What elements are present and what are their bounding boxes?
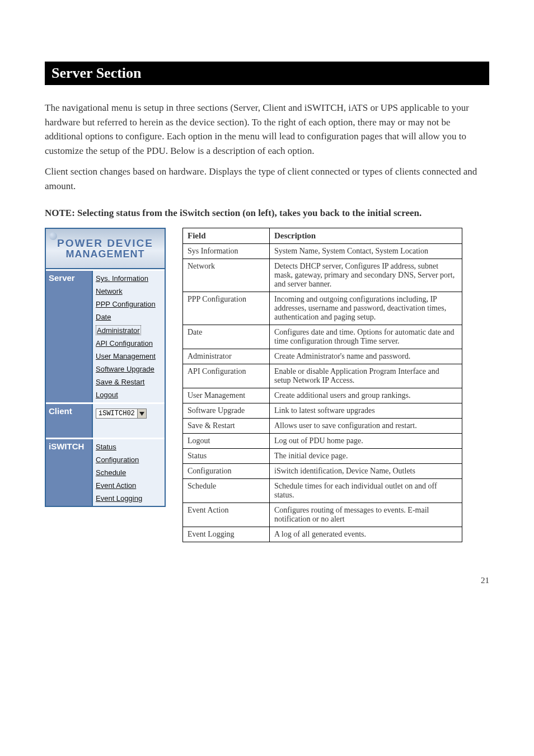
- iswitch-link-list: Status Configuration Schedule Event Acti…: [93, 440, 165, 505]
- nav-configuration[interactable]: Configuration: [93, 453, 165, 466]
- nav-save-restart[interactable]: Save & Restart: [93, 375, 165, 388]
- cell-description: Enable or disable Application Program In…: [270, 364, 462, 388]
- table-row: PPP ConfigurationIncoming and outgoing c…: [183, 292, 462, 325]
- cell-field: Configuration: [183, 464, 270, 479]
- cell-description: Configures routing of messages to events…: [270, 503, 462, 527]
- nav-schedule[interactable]: Schedule: [93, 466, 165, 479]
- page-number: 21: [0, 576, 534, 602]
- table-row: AdministratorCreate Administrator's name…: [183, 349, 462, 364]
- server-section: Server Sys. Information Network PPP Conf…: [46, 269, 165, 402]
- th-description: Description: [270, 228, 462, 244]
- client-section-label: Client: [46, 404, 93, 438]
- intro-text: The navigational menu is setup in three …: [45, 101, 489, 193]
- cell-description: Create additional users and group rankin…: [270, 388, 462, 403]
- cell-description: System Name, System Contact, System Loca…: [270, 244, 462, 259]
- cell-description: iSwitch identification, Device Name, Out…: [270, 464, 462, 479]
- client-select[interactable]: iSWITCH02: [96, 408, 147, 419]
- cell-field: PPP Configuration: [183, 292, 270, 325]
- table-row: API ConfigurationEnable or disable Appli…: [183, 364, 462, 388]
- cell-field: User Management: [183, 388, 270, 403]
- nav-ppp-configuration[interactable]: PPP Configuration: [93, 298, 165, 311]
- th-field: Field: [183, 228, 270, 244]
- iswitch-section: iSWITCH Status Configuration Schedule Ev…: [46, 438, 165, 506]
- cell-field: Schedule: [183, 479, 270, 503]
- banner-title-line1: POWER DEVICE: [57, 237, 153, 250]
- note-text: NOTE: Selecting status from the iSwitch …: [45, 208, 489, 219]
- nav-software-upgrade[interactable]: Software Upgrade: [93, 363, 165, 375]
- nav-sys-information[interactable]: Sys. Information: [93, 272, 165, 285]
- table-row: Save & RestartAllows user to save config…: [183, 419, 462, 434]
- nav-network[interactable]: Network: [93, 285, 165, 298]
- cell-description: A log of all generated events.: [270, 527, 462, 542]
- cell-field: Sys Information: [183, 244, 270, 259]
- svg-marker-0: [139, 412, 144, 416]
- server-section-label: Server: [46, 271, 93, 402]
- table-row: StatusThe initial device page.: [183, 449, 462, 464]
- cell-field: Date: [183, 325, 270, 349]
- table-row: DateConfigures date and time. Options fo…: [183, 325, 462, 349]
- sidebar-panel: POWER DEVICE MANAGEMENT Server Sys. Info…: [45, 228, 166, 507]
- table-row: NetworkDetects DHCP server, Configures I…: [183, 259, 462, 292]
- field-description-table: Field Description Sys InformationSystem …: [182, 228, 462, 542]
- panel-banner: POWER DEVICE MANAGEMENT: [46, 229, 165, 269]
- section-heading: Server Section: [45, 62, 489, 85]
- cell-field: Event Action: [183, 503, 270, 527]
- table-row: Software UpgradeLink to latest software …: [183, 403, 462, 419]
- nav-logout[interactable]: Logout: [93, 388, 165, 401]
- cell-field: Administrator: [183, 349, 270, 364]
- cell-field: Network: [183, 259, 270, 292]
- client-select-value: iSWITCH02: [96, 409, 137, 418]
- intro-paragraph-1: The navigational menu is setup in three …: [45, 101, 489, 158]
- table-row: LogoutLog out of PDU home page.: [183, 434, 462, 449]
- nav-event-action[interactable]: Event Action: [93, 479, 165, 492]
- cell-description: Configures date and time. Options for au…: [270, 325, 462, 349]
- table-row: ConfigurationiSwitch identification, Dev…: [183, 464, 462, 479]
- nav-administrator[interactable]: Administrator: [96, 325, 141, 335]
- cell-field: Event Logging: [183, 527, 270, 542]
- server-link-list: Sys. Information Network PPP Configurati…: [93, 272, 165, 401]
- cell-description: Detects DHCP server, Configures IP addre…: [270, 259, 462, 292]
- cell-field: Status: [183, 449, 270, 464]
- table-row: ScheduleSchedule times for each individu…: [183, 479, 462, 503]
- cell-description: Log out of PDU home page.: [270, 434, 462, 449]
- iswitch-section-label: iSWITCH: [46, 439, 93, 506]
- nav-api-configuration[interactable]: API Configuration: [93, 337, 165, 350]
- cell-description: Schedule times for each individual outle…: [270, 479, 462, 503]
- intro-paragraph-2: Client section changes based on hardware…: [45, 165, 489, 193]
- dropdown-caret-icon: [137, 409, 146, 418]
- nav-status[interactable]: Status: [93, 440, 165, 453]
- cell-description: Allows user to save configuration and re…: [270, 419, 462, 434]
- cell-field: Save & Restart: [183, 419, 270, 434]
- cell-field: Logout: [183, 434, 270, 449]
- banner-title-line2: MANAGEMENT: [66, 248, 145, 260]
- client-section: Client iSWITCH02: [46, 402, 165, 438]
- table-row: Event LoggingA log of all generated even…: [183, 527, 462, 542]
- cell-field: Software Upgrade: [183, 403, 270, 419]
- cell-description: Create Administrator's name and password…: [270, 349, 462, 364]
- table-row: Sys InformationSystem Name, System Conta…: [183, 244, 462, 259]
- cell-field: API Configuration: [183, 364, 270, 388]
- table-row: User ManagementCreate additional users a…: [183, 388, 462, 403]
- cell-description: Incoming and outgoing configurations inc…: [270, 292, 462, 325]
- nav-user-management[interactable]: User Management: [93, 350, 165, 363]
- nav-event-logging[interactable]: Event Logging: [93, 492, 165, 505]
- cell-description: The initial device page.: [270, 449, 462, 464]
- nav-date[interactable]: Date: [93, 311, 165, 323]
- table-row: Event ActionConfigures routing of messag…: [183, 503, 462, 527]
- cell-description: Link to latest software upgrades: [270, 403, 462, 419]
